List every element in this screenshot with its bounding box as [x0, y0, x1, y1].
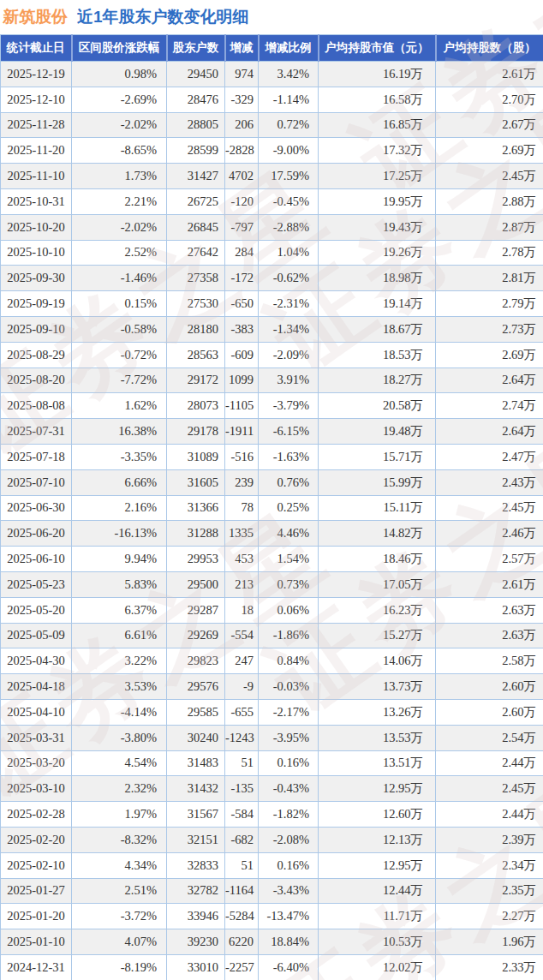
cell-change-ratio: -1.14%	[259, 87, 319, 112]
cell-change: -650	[225, 291, 259, 317]
cell-price-change: -3.35%	[72, 444, 167, 469]
cell-avg-shares: 2.70万	[436, 87, 543, 112]
cell-holder-count: 26725	[167, 188, 225, 214]
cell-date: 2025-01-20	[1, 904, 72, 929]
table-row: 2025-07-18-3.35%31089-516-1.63%15.71万2.4…	[1, 444, 543, 469]
cell-price-change: 1.97%	[72, 802, 167, 828]
cell-change: -682	[225, 827, 259, 852]
cell-price-change: 2.16%	[72, 495, 167, 521]
cell-avg-market-value: 19.95万	[319, 188, 436, 214]
cell-change: 239	[225, 469, 259, 495]
cell-avg-shares: 1.96万	[436, 929, 543, 955]
cell-avg-shares: 2.43万	[436, 469, 543, 495]
table-row: 2025-03-31-3.80%30240-1243-3.95%13.53万2.…	[1, 725, 543, 750]
table-row: 2025-03-102.32%31432-135-0.43%12.95万2.45…	[1, 776, 543, 802]
cell-avg-market-value: 12.13万	[319, 827, 436, 852]
cell-avg-shares: 2.69万	[436, 138, 543, 164]
cell-avg-shares: 2.58万	[436, 648, 543, 674]
table-row: 2025-12-190.98%294509743.42%16.19万2.61万	[1, 62, 543, 87]
cell-avg-market-value: 16.23万	[319, 597, 436, 623]
cell-holder-count: 31089	[167, 444, 225, 469]
cell-price-change: -1.46%	[72, 266, 167, 291]
cell-date: 2025-10-31	[1, 188, 72, 214]
cell-change: 51	[225, 852, 259, 878]
cell-date: 2025-05-23	[1, 571, 72, 597]
cell-price-change: -8.19%	[72, 954, 167, 980]
cell-price-change: 4.07%	[72, 929, 167, 955]
cell-change-ratio: 0.73%	[259, 571, 319, 597]
cell-avg-market-value: 13.26万	[319, 699, 436, 725]
table-row: 2025-05-206.37%29287180.06%16.23万2.63万	[1, 597, 543, 623]
cell-avg-market-value: 12.44万	[319, 878, 436, 904]
table-row: 2025-06-302.16%31366780.25%15.11万2.45万	[1, 495, 543, 521]
cell-avg-market-value: 19.43万	[319, 214, 436, 240]
cell-change-ratio: -1.63%	[259, 444, 319, 469]
cell-change: 51	[225, 750, 259, 776]
cell-change-ratio: -2.17%	[259, 699, 319, 725]
cell-price-change: 4.54%	[72, 750, 167, 776]
cell-price-change: -8.65%	[72, 138, 167, 164]
table-row: 2025-05-096.61%29269-554-1.86%15.27万2.63…	[1, 623, 543, 648]
cell-change: 78	[225, 495, 259, 521]
cell-change: -554	[225, 623, 259, 648]
cell-date: 2025-02-10	[1, 852, 72, 878]
col-header-avg-shares: 户均持股数（股）	[436, 35, 543, 62]
cell-change-ratio: 18.84%	[259, 929, 319, 955]
cell-price-change: 3.22%	[72, 648, 167, 674]
col-header-avg-market-value: 户均持股市值（元）	[319, 35, 436, 62]
cell-price-change: -2.02%	[72, 214, 167, 240]
table-row: 2025-07-3116.38%29178-1911-6.15%19.48万2.…	[1, 419, 543, 445]
cell-change-ratio: 17.59%	[259, 164, 319, 189]
cell-change: 247	[225, 648, 259, 674]
cell-holder-count: 31366	[167, 495, 225, 521]
cell-price-change: -3.80%	[72, 725, 167, 750]
table-row: 2025-01-272.51%32782-1164-3.43%12.44万2.3…	[1, 878, 543, 904]
cell-date: 2025-05-20	[1, 597, 72, 623]
cell-date: 2025-06-30	[1, 495, 72, 521]
cell-avg-market-value: 16.85万	[319, 112, 436, 138]
cell-change-ratio: -3.79%	[259, 393, 319, 419]
cell-avg-market-value: 16.19万	[319, 62, 436, 87]
cell-date: 2025-08-08	[1, 393, 72, 419]
cell-date: 2025-07-31	[1, 419, 72, 445]
cell-date: 2025-03-31	[1, 725, 72, 750]
table-row: 2025-06-109.94%299534531.54%18.46万2.57万	[1, 547, 543, 572]
table-row: 2024-12-31-8.19%33010-2257-6.40%12.02万2.…	[1, 954, 543, 980]
cell-avg-shares: 2.33万	[436, 954, 543, 980]
cell-avg-market-value: 15.27万	[319, 623, 436, 648]
cell-holder-count: 29269	[167, 623, 225, 648]
cell-holder-count: 29500	[167, 571, 225, 597]
cell-change-ratio: -0.03%	[259, 674, 319, 700]
cell-change: 974	[225, 62, 259, 87]
cell-avg-market-value: 13.53万	[319, 725, 436, 750]
cell-change-ratio: 4.46%	[259, 521, 319, 547]
cell-price-change: -2.02%	[72, 112, 167, 138]
cell-avg-shares: 2.27万	[436, 904, 543, 929]
cell-holder-count: 28563	[167, 342, 225, 368]
cell-change-ratio: 0.25%	[259, 495, 319, 521]
table-row: 2025-01-20-3.72%33946-5284-13.47%11.71万2…	[1, 904, 543, 929]
table-row: 2025-02-20-8.32%32151-682-2.08%12.13万2.3…	[1, 827, 543, 852]
cell-price-change: 0.15%	[72, 291, 167, 317]
cell-holder-count: 28073	[167, 393, 225, 419]
table-row: 2025-05-235.83%295002130.73%17.05万2.61万	[1, 571, 543, 597]
table-row: 2025-09-10-0.58%28180-383-1.34%18.67万2.7…	[1, 316, 543, 342]
cell-price-change: -3.72%	[72, 904, 167, 929]
cell-avg-market-value: 20.58万	[319, 393, 436, 419]
cell-avg-shares: 2.64万	[436, 368, 543, 393]
cell-change: 1335	[225, 521, 259, 547]
table-row: 2025-08-20-7.72%2917210993.91%18.27万2.64…	[1, 368, 543, 393]
cell-price-change: -7.72%	[72, 368, 167, 393]
cell-avg-market-value: 18.27万	[319, 368, 436, 393]
cell-avg-market-value: 18.67万	[319, 316, 436, 342]
cell-change-ratio: 3.42%	[259, 62, 319, 87]
cell-change: -584	[225, 802, 259, 828]
table-row: 2025-01-104.07%39230622018.84%10.53万1.96…	[1, 929, 543, 955]
cell-change-ratio: 0.06%	[259, 597, 319, 623]
cell-avg-shares: 2.81万	[436, 266, 543, 291]
cell-change: -1243	[225, 725, 259, 750]
cell-date: 2025-01-10	[1, 929, 72, 955]
col-header-date: 统计截止日	[1, 35, 72, 62]
table-row: 2025-04-303.22%298232470.84%14.06万2.58万	[1, 648, 543, 674]
cell-change-ratio: -1.86%	[259, 623, 319, 648]
